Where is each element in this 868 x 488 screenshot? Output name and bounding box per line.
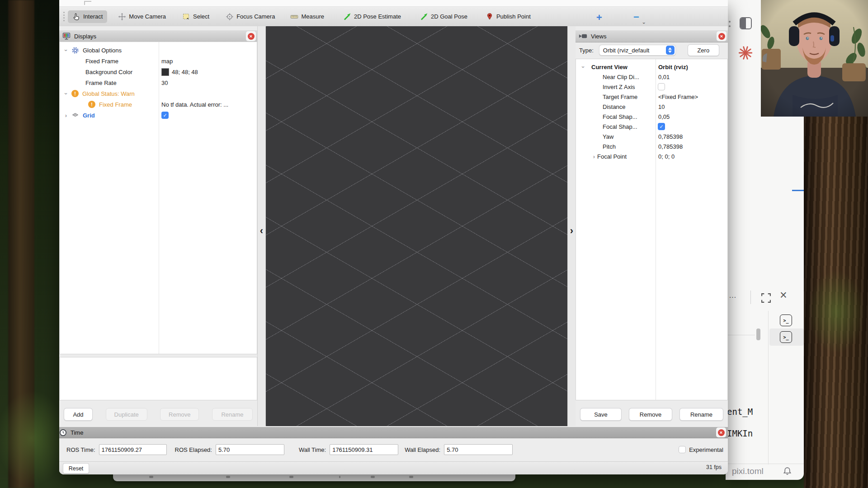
ros-time-input[interactable] bbox=[99, 444, 167, 455]
tool-move-camera[interactable]: Move Camera bbox=[113, 10, 170, 23]
property-label: Global Options bbox=[83, 47, 122, 54]
tool-label: Focus Camera bbox=[236, 13, 275, 20]
property-row[interactable]: Invert Z Axis bbox=[576, 82, 727, 92]
expander-icon[interactable]: › bbox=[580, 64, 587, 70]
property-value[interactable]: 30 bbox=[161, 80, 168, 86]
collapse-left-panel-handle[interactable]: ‹ bbox=[257, 26, 266, 426]
sidebar-toggle-icon[interactable] bbox=[740, 17, 752, 29]
save-view-button[interactable]: Save bbox=[580, 408, 622, 421]
expander-icon[interactable]: › bbox=[63, 47, 70, 53]
property-value[interactable]: 0,01 bbox=[658, 74, 670, 80]
view-type-combobox[interactable]: Orbit (rviz_default bbox=[599, 45, 676, 56]
tool-select[interactable]: Select bbox=[178, 10, 214, 23]
property-value[interactable]: 0,05 bbox=[658, 113, 670, 120]
close-displays-button[interactable]: × bbox=[246, 31, 256, 41]
expander-icon[interactable]: › bbox=[591, 153, 597, 160]
wall-elapsed-label: Wall Elapsed: bbox=[405, 446, 440, 453]
3d-viewport[interactable] bbox=[266, 26, 567, 426]
duplicate-display-button[interactable]: Duplicate bbox=[106, 408, 147, 421]
rename-view-button[interactable]: Rename bbox=[679, 408, 723, 421]
property-label: Invert Z Axis bbox=[603, 84, 635, 90]
zero-button[interactable]: Zero bbox=[688, 44, 719, 56]
status-filename[interactable]: pixi.toml bbox=[732, 466, 764, 476]
property-row-frame-rate[interactable]: Frame Rate 30 bbox=[60, 77, 257, 88]
bell-icon[interactable] bbox=[783, 466, 792, 476]
close-panel-icon[interactable]: × bbox=[780, 288, 787, 302]
property-row[interactable]: Pitch 0,785398 bbox=[576, 141, 727, 151]
focal-shape-checkbox[interactable]: ✓ bbox=[658, 123, 665, 130]
toolbar-grip[interactable] bbox=[61, 12, 67, 21]
green-arrow-icon bbox=[343, 13, 351, 21]
tool-interact[interactable]: Interact bbox=[68, 10, 107, 23]
toolbar-overflow-chevron-icon[interactable]: › bbox=[642, 22, 647, 24]
rename-display-button[interactable]: Rename bbox=[212, 408, 253, 421]
wall-elapsed-input[interactable] bbox=[444, 444, 513, 455]
tool-focus-camera[interactable]: Focus Camera bbox=[221, 10, 279, 23]
desktop: … × >_ >_ ent_M IMKIn pixi.toml bbox=[0, 0, 868, 488]
grid-enabled-checkbox[interactable]: ✓ bbox=[161, 112, 169, 119]
add-display-button[interactable]: Add bbox=[64, 408, 93, 421]
property-row-fixed-frame-warning[interactable]: ! Fixed Frame No tf data. Actual error: … bbox=[60, 99, 257, 110]
tool-2d-goal-pose[interactable]: 2D Goal Pose bbox=[415, 10, 472, 23]
experimental-checkbox[interactable] bbox=[679, 446, 686, 453]
property-label: Focal Point bbox=[597, 153, 627, 160]
wall-time-input[interactable] bbox=[330, 444, 398, 455]
property-value[interactable]: <Fixed Frame> bbox=[658, 94, 698, 100]
experimental-toggle[interactable]: Experimental bbox=[679, 446, 723, 453]
terminal-icon[interactable]: >_ bbox=[780, 331, 792, 343]
wall-time-label: Wall Time: bbox=[299, 446, 326, 453]
reset-button[interactable]: Reset bbox=[63, 463, 89, 474]
terminal-icon[interactable]: >_ bbox=[780, 314, 792, 326]
property-value[interactable]: 0,785398 bbox=[658, 133, 683, 140]
type-label: Type: bbox=[579, 47, 594, 54]
expander-icon[interactable]: › bbox=[63, 91, 70, 96]
starburst-icon[interactable] bbox=[739, 46, 752, 60]
close-views-button[interactable]: × bbox=[717, 31, 726, 41]
close-time-button[interactable]: × bbox=[716, 427, 726, 437]
scrollbar-thumb[interactable] bbox=[756, 328, 760, 340]
property-value[interactable]: 48; 48; 48 bbox=[161, 68, 198, 76]
tool-publish-point[interactable]: Publish Point bbox=[481, 10, 535, 23]
property-label: Distance bbox=[603, 103, 626, 110]
invert-z-checkbox[interactable] bbox=[658, 83, 665, 90]
remove-tool-button[interactable]: − bbox=[633, 11, 639, 23]
property-row-global-status[interactable]: › ! Global Status: Warn bbox=[60, 88, 257, 99]
collapse-right-panel-handle[interactable]: › bbox=[567, 26, 576, 426]
maximize-panel-icon[interactable] bbox=[761, 293, 771, 303]
property-row-current-view[interactable]: › Current View Orbit (rviz) bbox=[576, 62, 727, 72]
property-row[interactable]: Focal Shap... ✓ bbox=[576, 122, 727, 131]
property-label: Current View bbox=[591, 64, 627, 70]
tool-measure[interactable]: Measure bbox=[286, 10, 329, 23]
add-tool-button[interactable]: + bbox=[596, 12, 602, 23]
views-buttons-row: Save Remove Rename bbox=[576, 408, 728, 421]
time-panel-header[interactable]: Time × bbox=[59, 427, 728, 438]
property-label: Focal Shap... bbox=[603, 113, 637, 120]
property-value[interactable]: 0; 0; 0 bbox=[658, 153, 675, 160]
property-label: Pitch bbox=[603, 143, 616, 150]
remove-view-button[interactable]: Remove bbox=[629, 408, 672, 421]
displays-panel-header[interactable]: Displays × bbox=[59, 30, 257, 42]
property-value[interactable]: map bbox=[161, 58, 173, 65]
chevron-right-icon: › bbox=[570, 225, 573, 237]
property-row[interactable]: Distance 10 bbox=[576, 102, 727, 112]
property-row[interactable]: Near Clip Di... 0,01 bbox=[576, 72, 727, 82]
property-row-global-options[interactable]: › Global Options bbox=[60, 45, 257, 56]
property-row-fixed-frame[interactable]: Fixed Frame map bbox=[60, 56, 257, 66]
more-actions-icon[interactable]: … bbox=[729, 291, 737, 300]
property-row-background-color[interactable]: Background Color 48; 48; 48 bbox=[60, 66, 257, 77]
property-row[interactable]: Target Frame <Fixed Frame> bbox=[576, 92, 727, 102]
property-row[interactable]: › Focal Point 0; 0; 0 bbox=[576, 151, 727, 161]
property-value[interactable]: 0,785398 bbox=[658, 143, 683, 150]
views-panel-header[interactable]: Views × bbox=[576, 30, 728, 42]
property-row[interactable]: Focal Shap... 0,05 bbox=[576, 112, 727, 122]
property-row[interactable]: Yaw 0,785398 bbox=[576, 131, 727, 141]
property-value[interactable]: 10 bbox=[658, 103, 665, 110]
ros-elapsed-input[interactable] bbox=[216, 444, 284, 455]
map-pin-icon bbox=[486, 13, 494, 21]
remove-display-button[interactable]: Remove bbox=[160, 408, 199, 421]
views-property-grid: › Current View Orbit (rviz) Near Clip Di… bbox=[576, 59, 728, 400]
expander-icon[interactable]: › bbox=[63, 112, 69, 119]
property-label: Yaw bbox=[603, 133, 613, 140]
tool-2d-pose-estimate[interactable]: 2D Pose Estimate bbox=[339, 10, 406, 23]
property-row-grid[interactable]: › Grid ✓ bbox=[60, 110, 257, 121]
